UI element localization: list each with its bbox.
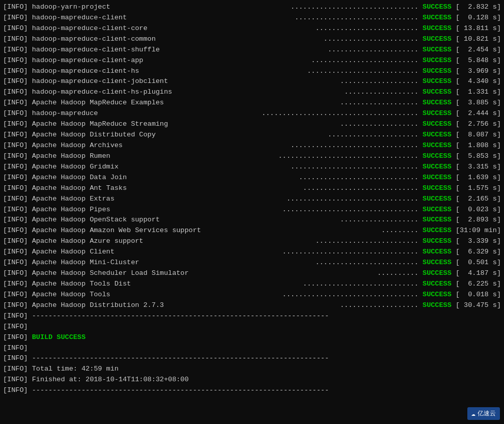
log-line: [INFO] Apache Hadoop Pipes .............… [0, 205, 504, 215]
log-line: [INFO] Apache Hadoop OpenStack support .… [0, 215, 504, 225]
log-line: [INFO] Apache Hadoop Client ............… [0, 247, 504, 258]
log-line: [INFO] hadoop-yarn-project .............… [0, 2, 504, 13]
log-line: [INFO] hadoop-mapreduce-client-shuffle .… [0, 45, 504, 55]
log-line: [INFO] hadoop-mapreduce-client-common ..… [0, 34, 504, 45]
log-line: [INFO] Apache Hadoop Gridmix ...........… [0, 162, 504, 173]
log-line: [INFO] Apache Hadoop Azure support .....… [0, 236, 504, 247]
log-line: [INFO] Apache Hadoop Archives ..........… [0, 140, 504, 151]
log-line: [INFO] Apache Hadoop Tools Dist ........… [0, 279, 504, 290]
log-line: [INFO] Apache Hadoop Scheduler Load Simu… [0, 268, 504, 279]
log-line: [INFO] hadoop-mapreduce-client-core ....… [0, 23, 504, 34]
separator-line-2: [INFO] ---------------------------------… [0, 353, 504, 364]
log-line: [INFO] hadoop-mapreduce ................… [0, 108, 504, 119]
log-line: [INFO] Apache Hadoop Extras ............… [0, 194, 504, 205]
log-line: [INFO] Apache Hadoop Distribution 2.7.3 … [0, 300, 504, 311]
total-time-line: [INFO] Total time: 42:59 min [0, 364, 504, 375]
log-line: [INFO] Apache Hadoop Distributed Copy ..… [0, 130, 504, 140]
empty-line-1: [INFO] [0, 322, 504, 332]
log-line: [INFO] Apache Hadoop Data Join .........… [0, 173, 504, 183]
separator-line-1: [INFO] ---------------------------------… [0, 311, 504, 322]
log-line: [INFO] hadoop-mapreduce-client-hs ......… [0, 66, 504, 77]
build-success-line: [INFO] BUILD SUCCESS [0, 332, 504, 343]
log-line: [INFO] Apache Hadoop Ant Tasks .........… [0, 183, 504, 194]
log-line: [INFO] Apache Hadoop Mini-Cluster ......… [0, 258, 504, 268]
finished-at-line: [INFO] Finished at: 2018-10-14T11:08:32+… [0, 375, 504, 385]
watermark: ☁ 亿速云 [467, 407, 500, 420]
log-line: [INFO] Apache Hadoop Rumen .............… [0, 151, 504, 162]
log-line: [INFO] Apache Hadoop Tools .............… [0, 290, 504, 300]
log-line: [INFO] Apache Hadoop MapReduce Examples … [0, 98, 504, 108]
log-line: [INFO] hadoop-mapreduce-client .........… [0, 13, 504, 23]
terminal-window: [INFO] hadoop-yarn-project .............… [0, 0, 504, 424]
log-line: [INFO] Apache Hadoop Amazon Web Services… [0, 225, 504, 236]
log-line: [INFO] Apache Hadoop MapReduce Streaming… [0, 119, 504, 130]
watermark-text: 亿速云 [478, 409, 496, 418]
log-line: [INFO] hadoop-mapreduce-client-jobclient… [0, 76, 504, 87]
separator-line-3: [INFO] ---------------------------------… [0, 385, 504, 396]
log-line: [INFO] hadoop-mapreduce-client-app .....… [0, 55, 504, 66]
empty-line-2: [INFO] [0, 343, 504, 354]
log-line: [INFO] hadoop-mapreduce-client-hs-plugin… [0, 87, 504, 98]
cloud-icon: ☁ [471, 409, 475, 418]
